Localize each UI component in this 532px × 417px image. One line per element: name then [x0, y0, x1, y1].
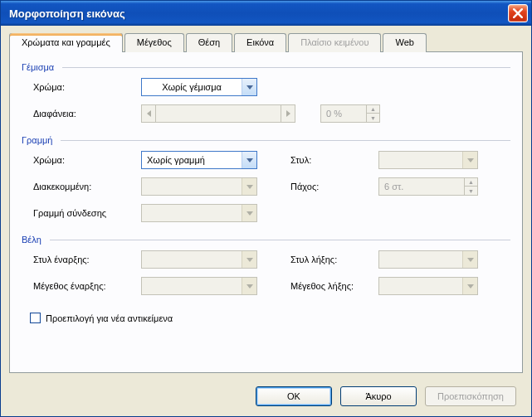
slider-track [156, 104, 281, 123]
cancel-button[interactable]: Άκυρο [340, 386, 417, 406]
line-legend-text: Γραμμή [22, 135, 52, 145]
group-line-legend: Γραμμή [22, 133, 510, 147]
preselect-row: Προεπιλογή για νέα αντικείμενα [22, 306, 510, 323]
chevron-down-icon [242, 79, 256, 95]
client-area: Χρώματα και γραμμές Μέγεθος Θέση Εικόνα … [1, 26, 531, 381]
begin-size-combo [141, 277, 257, 295]
line-dashed-combo [141, 177, 257, 196]
row-line-dashed-weight: Διακεκομμένη: Πάχος: 6 στ. [22, 173, 510, 200]
begin-style-label: Στυλ έναρξης: [33, 255, 141, 264]
group-line: Γραμμή Χρώμα: Χωρίς γραμμή [22, 133, 510, 226]
transparency-label: Διαφάνεια: [33, 109, 141, 119]
divider [62, 67, 510, 68]
fill-color-value: Χωρίς γέμισμα [142, 82, 242, 92]
spinner-arrows: ▲▼ [366, 105, 379, 122]
arrows-legend-text: Βέλη [22, 235, 41, 245]
end-style-label: Στυλ λήξης: [290, 255, 378, 264]
line-dashed-label: Διακεκομμένη: [33, 182, 141, 192]
group-arrows-legend: Βέλη [22, 233, 510, 246]
end-size-label: Μέγεθος λήξης: [290, 281, 378, 291]
begin-style-combo [141, 250, 257, 269]
chevron-down-icon [462, 278, 477, 294]
row-arrow-style: Στυλ έναρξης: Στυλ λήξης: [22, 246, 510, 273]
line-color-value: Χωρίς γραμμή [142, 155, 242, 165]
line-style-combo [378, 151, 478, 169]
chevron-down-icon [242, 205, 256, 221]
begin-size-label: Μέγεθος έναρξης: [33, 281, 141, 291]
group-fill-legend: Γέμισμα [22, 61, 510, 74]
line-connector-label: Γραμμή σύνδεσης [33, 208, 141, 218]
line-weight-spinner: 6 στ. ▲▼ [378, 177, 478, 196]
row-line-connector: Γραμμή σύνδεσης [22, 200, 510, 226]
row-arrow-size: Μέγεθος έναρξης: Μέγεθος λήξης: [22, 273, 510, 299]
fill-color-label: Χρώμα: [33, 82, 141, 92]
close-button[interactable] [508, 4, 528, 22]
fill-legend-text: Γέμισμα [22, 62, 54, 72]
chevron-down-icon [462, 251, 477, 268]
tabstrip: Χρώματα και γραμμές Μέγεθος Θέση Εικόνα … [9, 33, 523, 52]
divider [50, 240, 510, 240]
tab-picture[interactable]: Εικόνα [234, 33, 286, 52]
divider [61, 140, 510, 141]
line-color-combo[interactable]: Χωρίς γραμμή [141, 151, 257, 169]
preselect-label: Προεπιλογή για νέα αντικείμενα [46, 313, 173, 323]
end-style-combo [378, 250, 478, 269]
transparency-value: 0 % [321, 109, 366, 119]
tab-colors-lines[interactable]: Χρώματα και γραμμές [9, 33, 123, 52]
line-weight-label: Πάχος: [290, 182, 378, 192]
tab-textbox: Πλαίσιο κειμένου [288, 33, 381, 52]
line-connector-combo [141, 204, 257, 222]
chevron-down-icon [242, 178, 256, 195]
titlebar[interactable]: Μορφοποίηση εικόνας [1, 1, 531, 26]
chevron-left-icon [147, 110, 151, 117]
row-fill-transparency: Διαφάνεια: 0 % ▲▼ [22, 100, 510, 127]
chevron-down-icon [462, 152, 477, 168]
chevron-right-icon [286, 110, 290, 117]
dialog-footer: OK Άκυρο Προεπισκόπηση [256, 386, 516, 406]
window-title: Μορφοποίηση εικόνας [9, 7, 508, 20]
slider-left-button [141, 104, 156, 123]
group-arrows: Βέλη Στυλ έναρξης: Στυλ [22, 233, 510, 299]
chevron-down-icon [242, 251, 256, 268]
line-style-label: Στυλ: [290, 155, 378, 165]
end-size-combo [378, 277, 478, 295]
preview-button: Προεπισκόπηση [425, 386, 516, 406]
row-fill-color: Χρώμα: Χωρίς γέμισμα [22, 74, 510, 100]
transparency-slider [141, 104, 295, 123]
spinner-arrows: ▲▼ [464, 178, 477, 195]
chevron-down-icon [242, 278, 256, 294]
fill-color-combo[interactable]: Χωρίς γέμισμα [141, 78, 257, 96]
slider-right-button [281, 104, 295, 123]
dialog-window: Μορφοποίηση εικόνας Χρώματα και γραμμές … [0, 0, 532, 417]
line-weight-value: 6 στ. [379, 182, 464, 192]
close-icon [513, 8, 523, 18]
tab-position[interactable]: Θέση [186, 33, 232, 52]
group-fill: Γέμισμα Χρώμα: Χωρίς γέμισμα Διαφάνεια: [22, 61, 510, 127]
ok-button[interactable]: OK [256, 386, 332, 406]
row-line-color-style: Χρώμα: Χωρίς γραμμή Στυλ: [22, 147, 510, 173]
transparency-spinner: 0 % ▲▼ [320, 104, 380, 123]
tab-panel: Γέμισμα Χρώμα: Χωρίς γέμισμα Διαφάνεια: [9, 51, 523, 373]
tab-size[interactable]: Μέγεθος [124, 33, 184, 52]
preselect-checkbox[interactable] [30, 313, 41, 323]
tab-web[interactable]: Web [383, 33, 426, 52]
chevron-down-icon [242, 152, 256, 168]
line-color-label: Χρώμα: [33, 155, 141, 165]
